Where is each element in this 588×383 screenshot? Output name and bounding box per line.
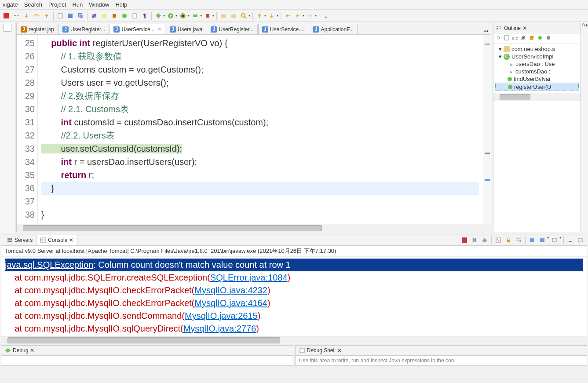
- sort-icon[interactable]: a↓z: [512, 35, 519, 42]
- code-line[interactable]: // 2.数据库保存: [41, 89, 479, 102]
- run-server-icon[interactable]: [191, 11, 200, 20]
- code-line[interactable]: // 1. 获取参数值: [41, 50, 479, 63]
- close-icon[interactable]: ✕: [30, 347, 34, 354]
- code-line[interactable]: return r;: [41, 168, 479, 182]
- outline-member[interactable]: ▵usersDao : Use: [495, 60, 579, 68]
- close-icon[interactable]: ✕: [157, 26, 161, 32]
- overview-ruler[interactable]: [483, 35, 491, 224]
- console-hscroll[interactable]: [1, 336, 587, 344]
- close-icon[interactable]: ✕: [522, 25, 527, 31]
- outline-tab[interactable]: Outline ✕: [493, 23, 581, 33]
- run-icon[interactable]: [166, 11, 175, 20]
- pin-icon[interactable]: [321, 11, 330, 20]
- terminate-icon[interactable]: [2, 11, 11, 20]
- editor-hscroll[interactable]: [17, 224, 491, 232]
- forward-icon[interactable]: [306, 11, 314, 20]
- code-line[interactable]: Users user = vo.getUsers();: [41, 76, 479, 89]
- console-line[interactable]: at com.mysql.jdbc.MysqlIO.checkErrorPack…: [5, 284, 583, 297]
- hide-nonpublic-icon[interactable]: [537, 35, 544, 42]
- vars-min-icon[interactable]: (x)=: [582, 23, 588, 27]
- console-tab[interactable]: Console ✕: [36, 235, 77, 245]
- code-line[interactable]: [41, 195, 479, 208]
- code-line[interactable]: int r = usersDao.insertUsers(user);: [41, 155, 479, 168]
- highlight-icon[interactable]: [100, 11, 109, 20]
- console-output[interactable]: java.sql.SQLException: Column count does…: [1, 257, 587, 336]
- back-icon[interactable]: [293, 11, 302, 20]
- clear-console-icon[interactable]: [494, 236, 503, 244]
- last-edit-icon[interactable]: [283, 11, 292, 20]
- new-package-icon[interactable]: [219, 11, 228, 20]
- servers-tab[interactable]: Servers: [3, 235, 36, 245]
- outline-member[interactable]: registerUser(U: [495, 83, 579, 91]
- code-line[interactable]: public int registerUser(UserRegisterVO v…: [41, 36, 479, 50]
- console-line[interactable]: at com.mysql.jdbc.MysqlIO.sendCommand(My…: [5, 310, 583, 322]
- menu-search[interactable]: Search: [24, 1, 42, 8]
- hide-local-icon[interactable]: [545, 35, 552, 42]
- terminate-icon[interactable]: [460, 236, 469, 244]
- open-console-icon[interactable]: [550, 236, 559, 244]
- stacktrace-link[interactable]: SQLError.java:1084: [210, 273, 288, 282]
- step-over-icon[interactable]: [32, 11, 41, 20]
- prev-annotation-icon[interactable]: [255, 11, 264, 20]
- editor-tab[interactable]: JApplicationF...: [309, 24, 358, 34]
- stacktrace-link[interactable]: MysqlIO.java:4164: [194, 298, 267, 308]
- step-return-icon[interactable]: [42, 11, 51, 20]
- outline-class[interactable]: ▾CUserServiceImpl: [495, 53, 579, 60]
- menu-navigate[interactable]: vigate: [3, 1, 18, 8]
- remove-all-icon[interactable]: ⋇: [480, 236, 489, 244]
- code-editor[interactable]: public int registerUser(UserRegisterVO v…: [38, 35, 483, 224]
- console-line[interactable]: java.sql.SQLException: Column count does…: [5, 259, 583, 271]
- coverage-icon[interactable]: [179, 11, 187, 20]
- save-icon[interactable]: [66, 11, 75, 20]
- tabs-overflow[interactable]: »₄: [481, 27, 491, 34]
- code-line[interactable]: user.setCustomsId(customsId);: [41, 142, 479, 155]
- console-line[interactable]: at com.mysql.jdbc.MysqlIO.sqlQueryDirect…: [5, 322, 583, 335]
- menu-window[interactable]: Window: [89, 1, 109, 8]
- pilcrow-icon[interactable]: ¶: [140, 11, 149, 20]
- outline-member[interactable]: ▵customsDao :: [495, 68, 579, 75]
- editor-tab[interactable]: JUserRegister...: [207, 24, 257, 34]
- debug-icon[interactable]: [154, 11, 163, 20]
- outline-hscroll[interactable]: [493, 93, 581, 101]
- stacktrace-link[interactable]: MysqlIO.java:2776: [183, 324, 256, 333]
- code-line[interactable]: }: [41, 182, 479, 195]
- code-line[interactable]: Customs custom = vo.getCustoms();: [41, 63, 479, 76]
- new-icon[interactable]: [56, 11, 65, 20]
- minimize-icon[interactable]: [566, 236, 575, 244]
- hide-static-icon[interactable]: [529, 35, 536, 42]
- disconnect-icon[interactable]: [12, 11, 21, 20]
- menu-project[interactable]: Project: [48, 1, 66, 8]
- editor-tab[interactable]: JUserService....: [258, 24, 309, 34]
- scroll-lock-icon[interactable]: [504, 236, 513, 244]
- hide-fields-icon[interactable]: [520, 35, 527, 42]
- editor-tab[interactable]: JUsers.java: [166, 24, 207, 34]
- build-icon[interactable]: [110, 11, 119, 20]
- menu-run[interactable]: Run: [72, 1, 83, 8]
- code-line[interactable]: // 2.1. Customs表: [41, 102, 479, 116]
- code-line[interactable]: //2.2. Users表: [41, 129, 479, 142]
- outline-pkg[interactable]: ▾com.neu.eshop.s: [495, 45, 579, 53]
- editor-tab[interactable]: Jregister.jsp: [17, 24, 58, 34]
- code-line[interactable]: }: [41, 208, 479, 221]
- close-icon[interactable]: ✕: [337, 347, 342, 354]
- console-line[interactable]: at com.mysql.jdbc.SQLError.createSQLExce…: [5, 271, 583, 284]
- step-into-icon[interactable]: [22, 11, 31, 20]
- console-line[interactable]: at com.mysql.jdbc.MysqlIO.checkErrorPack…: [5, 297, 583, 310]
- remove-terminated-icon[interactable]: ✖: [470, 236, 479, 244]
- new-class-icon[interactable]: [229, 11, 238, 20]
- collapse-icon[interactable]: [504, 35, 511, 42]
- maximize-icon[interactable]: [576, 236, 585, 244]
- outline-tree[interactable]: ▾com.neu.eshop.s▾CUserServiceImpl▵usersD…: [493, 44, 581, 93]
- skip-breakpoints-icon[interactable]: [90, 11, 99, 20]
- word-wrap-icon[interactable]: [514, 236, 523, 244]
- pin-console-icon[interactable]: [528, 236, 537, 244]
- external-tools-icon[interactable]: [203, 11, 212, 20]
- stacktrace-link[interactable]: MysqlIO.java:2615: [185, 311, 258, 321]
- close-icon[interactable]: ✕: [69, 237, 73, 243]
- display-console-icon[interactable]: [538, 236, 547, 244]
- focus-icon[interactable]: [495, 35, 502, 42]
- outline-member[interactable]: findUserByNai: [495, 75, 579, 83]
- code-line[interactable]: int customsId = customsDao.insertCustoms…: [41, 116, 479, 129]
- search-icon[interactable]: [239, 11, 248, 20]
- task-icon[interactable]: [130, 11, 139, 20]
